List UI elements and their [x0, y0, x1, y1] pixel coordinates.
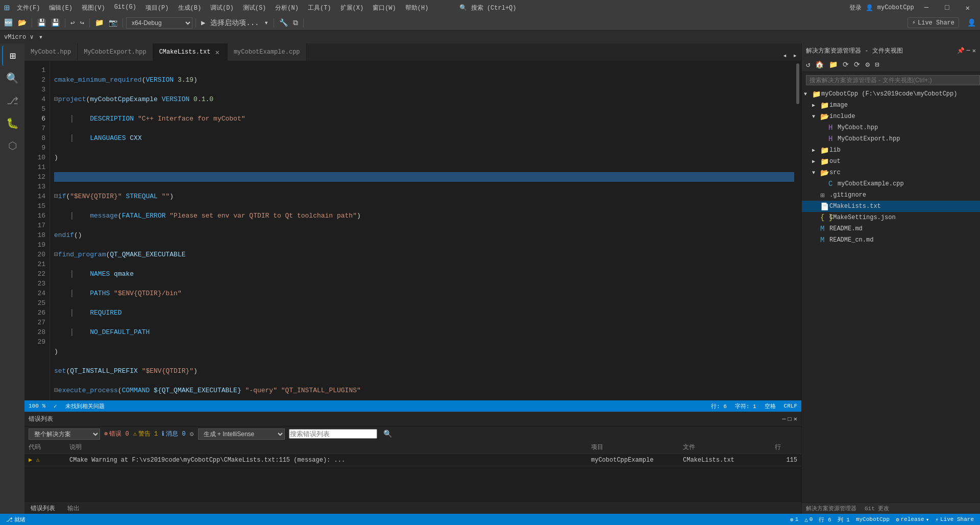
sol-collapse-button[interactable]: ⊟ — [873, 59, 881, 70]
redo-button[interactable]: ↪ — [78, 17, 86, 28]
config-dropdown[interactable]: x64-Debug — [126, 17, 192, 29]
build-dropdown[interactable]: 生成 + IntelliSense — [198, 428, 285, 440]
sol-sync-button[interactable]: ↺ — [804, 59, 812, 70]
status-branch[interactable]: ⎇ 就绪 — [4, 514, 28, 525]
encoding-info: CRLF — [784, 403, 797, 409]
close-button[interactable]: ✕ — [960, 0, 976, 15]
sol-minimize-icon[interactable]: ─ — [967, 47, 970, 54]
undo-button[interactable]: ↩ — [68, 17, 77, 28]
solution-search-input[interactable] — [806, 75, 980, 85]
scroll-thumb[interactable] — [796, 63, 799, 104]
save-button[interactable]: 💾 — [35, 17, 48, 28]
info-badge[interactable]: ℹ 消息 0 — [162, 429, 185, 438]
status-liveshare[interactable]: ⚡ Live Share — [933, 514, 976, 525]
menu-view[interactable]: 视图(V) — [78, 3, 109, 13]
panel-maximize[interactable]: □ — [788, 416, 792, 423]
tree-root[interactable]: ▼ 📁 myCobotCpp (F:\vs2019code\myCobotCpp… — [802, 88, 980, 100]
screenshot-button[interactable]: 📷 — [107, 17, 119, 28]
panel-tab-errorlist[interactable]: 错误列表 — [29, 503, 57, 514]
tree-item-out[interactable]: ▶ 📁 out — [802, 156, 980, 167]
table-row[interactable]: ▶ ⚠ CMake Warning at F:\vs2019code\myCob… — [24, 454, 801, 466]
tree-item-cmakesettings[interactable]: ▶ { } CMakeSettings.json — [802, 212, 980, 223]
status-errors[interactable]: ⊗ 1 — [788, 514, 800, 525]
tab-mycobotexport-hpp[interactable]: MyCobotExport.hpp — [78, 43, 153, 61]
error-search-input[interactable] — [289, 429, 377, 439]
run-button[interactable]: ▶ — [199, 17, 207, 28]
menu-edit[interactable]: 编辑(E) — [45, 3, 77, 13]
tree-item-include[interactable]: ▼ 📂 include — [802, 111, 980, 122]
save-all-button[interactable]: 💾 — [49, 17, 62, 28]
tab-mycobotexample[interactable]: myCobotExample.cpp — [228, 43, 307, 61]
tab-cmakelists[interactable]: CMakeLists.txt ✕ — [153, 43, 228, 61]
tree-item-mycobot-hpp[interactable]: ▶ H MyCobot.hpp — [802, 122, 980, 133]
src-icon: 📂 — [820, 169, 829, 177]
open-folder-button[interactable]: 📁 — [93, 17, 106, 28]
maximize-button[interactable]: □ — [939, 0, 955, 15]
sign-in[interactable]: 登录 — [849, 4, 862, 12]
scroll-bar[interactable] — [794, 61, 801, 400]
tree-item-mycobotexample-cpp[interactable]: ▶ C myCobotExample.cpp — [802, 178, 980, 189]
tab-mycobot-hpp[interactable]: MyCobot.hpp — [24, 43, 78, 61]
menu-tools[interactable]: 工具(T) — [304, 3, 335, 13]
tab-scroll-left[interactable]: ◂ — [780, 50, 789, 61]
panel-minimize[interactable]: ─ — [782, 416, 786, 423]
status-release[interactable]: ⚙ release ▾ — [894, 514, 931, 525]
panel-close[interactable]: ✕ — [794, 415, 797, 423]
bottom-panel: 错误列表 ─ □ ✕ 整个解决方案 ⊗ 错误 0 ⚠ — [24, 412, 801, 514]
activity-explorer[interactable]: ⊞ — [2, 45, 22, 66]
open-button[interactable]: 📂 — [16, 17, 29, 28]
sol-refresh2-button[interactable]: ⟳ — [852, 59, 862, 70]
menu-extensions[interactable]: 扩展(X) — [336, 3, 368, 13]
menu-analyze[interactable]: 分析(N) — [271, 3, 303, 13]
sol-refresh-button[interactable]: ⟳ — [841, 59, 851, 70]
tree-item-lib[interactable]: ▶ 📁 lib — [802, 145, 980, 156]
activity-search[interactable]: 🔍 — [2, 68, 22, 88]
status-warnings[interactable]: △ 0 — [802, 514, 815, 525]
menu-debug[interactable]: 调试(D) — [206, 3, 238, 13]
activity-extensions[interactable]: ⬡ — [2, 135, 22, 156]
line-num-22: 22 — [24, 269, 45, 279]
menu-git[interactable]: Git(G) — [110, 3, 140, 13]
live-share-button[interactable]: ⚡ Live Share — [908, 17, 959, 28]
code-content[interactable]: cmake_minimum_required(VERSION 3.19) ⊟pr… — [50, 61, 794, 400]
menu-window[interactable]: 窗口(W) — [369, 3, 400, 13]
menu-test[interactable]: 测试(S) — [239, 3, 271, 13]
minimize-button[interactable]: ─ — [918, 0, 935, 15]
sol-new-folder-button[interactable]: 📁 — [827, 59, 840, 70]
tree-item-src[interactable]: ▼ 📂 src — [802, 167, 980, 178]
new-project-button[interactable]: 🆕 — [2, 17, 15, 28]
start-label[interactable]: 选择启动项... — [208, 17, 261, 29]
sol-settings-button[interactable]: ⚙ — [863, 59, 871, 70]
menu-help[interactable]: 帮助(H) — [401, 3, 433, 13]
activity-debug[interactable]: 🐛 — [2, 113, 22, 133]
start-dropdown[interactable]: ▾ — [262, 17, 271, 28]
git-changes-footer-label[interactable]: Git 更改 — [865, 505, 889, 512]
menu-build[interactable]: 生成(B) — [174, 3, 206, 13]
tree-item-mycobotexport-hpp[interactable]: ▶ H MyCobotExport.hpp — [802, 133, 980, 145]
menu-file[interactable]: 文件(F) — [13, 3, 44, 13]
debug-button[interactable]: 🔧 — [277, 17, 290, 28]
tree-item-cmakelists[interactable]: ▶ 📄 CMakeLists.txt — [802, 201, 980, 212]
tab-scroll-right[interactable]: ▸ — [791, 50, 799, 61]
status-project[interactable]: myCobotCpp — [854, 514, 892, 525]
error-badge[interactable]: ⊗ 错误 0 — [104, 429, 129, 438]
search-icon[interactable]: 🔍 — [381, 428, 394, 439]
copy-button[interactable]: ⧉ — [291, 18, 300, 28]
tab-cmakelists-close[interactable]: ✕ — [213, 47, 220, 57]
panel-tab-output[interactable]: 输出 — [65, 503, 82, 514]
tree-item-gitignore[interactable]: ▶ ⊞ .gitignore — [802, 189, 980, 201]
tree-item-readme[interactable]: ▶ M README.md — [802, 223, 980, 234]
search-box[interactable]: 🔍 搜索 (Ctrl+Q) — [459, 5, 516, 12]
tree-item-readme-cn[interactable]: ▶ M README_cn.md — [802, 234, 980, 246]
activity-git[interactable]: ⎇ — [2, 90, 22, 111]
user-profile-button[interactable]: 👤 — [965, 17, 978, 28]
scope-dropdown[interactable]: 整个解决方案 — [29, 428, 100, 440]
sol-home-button[interactable]: 🏠 — [813, 59, 826, 70]
vmicro-button[interactable]: ▾ — [37, 32, 45, 42]
solution-explorer-footer-label[interactable]: 解决方案资源管理器 — [806, 505, 856, 512]
sol-close-icon[interactable]: ✕ — [972, 47, 976, 55]
sol-pin-icon[interactable]: 📌 — [957, 47, 965, 55]
menu-project[interactable]: 项目(P) — [141, 3, 173, 13]
warning-badge[interactable]: ⚠ 警告 1 — [133, 429, 158, 438]
tree-item-image[interactable]: ▶ 📁 image — [802, 100, 980, 111]
